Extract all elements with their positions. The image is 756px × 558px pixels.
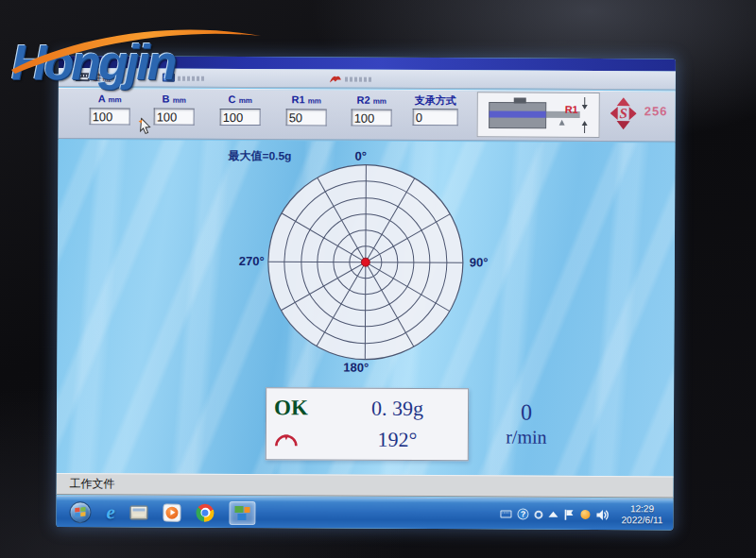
rotor-dimension-label: R1 — [565, 104, 578, 115]
red-mark-icon — [329, 74, 342, 83]
unbalance-angle: 192° — [335, 428, 460, 453]
field-c-label: C — [229, 93, 236, 105]
internet-explorer-icon: e — [106, 500, 114, 523]
monitor-screen: 键盘 A mm B mm C mm R1 mm — [56, 56, 676, 530]
angle-label-0: 0° — [354, 149, 367, 163]
angle-label-180: 180° — [343, 361, 369, 375]
system-tray: ? 12:29 2022/6/11 — [500, 502, 673, 526]
field-r2-input[interactable] — [352, 110, 392, 127]
field-b-label: B — [163, 93, 170, 105]
field-b-unit: mm — [173, 96, 186, 105]
taskbar-apps: e — [56, 499, 255, 524]
angle-label-270: 270° — [239, 254, 265, 268]
field-r2-label: R2 — [357, 94, 370, 106]
monitor-icon — [163, 74, 175, 82]
field-support-mode: 支承方式 — [413, 94, 458, 126]
field-c-unit: mm — [239, 96, 252, 105]
unbalance-amount: 0. 39g — [335, 396, 460, 421]
field-r1-unit: mm — [308, 96, 321, 105]
field-r1-input[interactable] — [286, 109, 327, 126]
toolbar-item-keyboard[interactable]: 键盘 — [72, 70, 115, 85]
field-r2-unit: mm — [373, 97, 387, 106]
rotor-schematic-icon — [478, 93, 599, 137]
status-bar-text: 工作文件 — [70, 476, 115, 492]
toolbar-item-label: 键盘 — [93, 71, 112, 84]
balancer-app-icon — [235, 505, 250, 519]
diamond-s-logo-icon: S — [610, 97, 637, 129]
toolbar-item-label — [345, 77, 373, 82]
field-b: B mm — [154, 93, 195, 126]
clock-date: 2022/6/11 — [620, 515, 663, 526]
field-support-mode-input[interactable] — [413, 109, 458, 126]
field-a-label: A — [98, 93, 106, 104]
result-panel: OK 0. 39g 192° — [266, 387, 469, 461]
windows-taskbar: e ? — [56, 496, 673, 530]
file-explorer-icon[interactable] — [130, 505, 148, 519]
speed-unit: r/min — [484, 424, 569, 448]
angle-arc-icon — [274, 431, 299, 447]
field-b-input[interactable] — [154, 109, 195, 126]
angle-label-90: 90° — [470, 255, 489, 269]
field-a-input[interactable] — [90, 108, 130, 125]
polar-chart — [256, 153, 474, 371]
field-support-mode-label: 支承方式 — [413, 94, 458, 107]
status-badge: OK — [274, 396, 335, 420]
field-c: C mm — [220, 93, 261, 126]
toolbar-item-label — [178, 76, 206, 81]
tray-notification-icon[interactable] — [580, 510, 590, 519]
toolbar-item-marker[interactable] — [325, 71, 377, 86]
clock-time: 12:29 — [620, 503, 663, 515]
field-c-input[interactable] — [220, 109, 261, 126]
counter-value: 256 — [644, 104, 668, 118]
plot-area: 最大值=0.5g 0° 90° 180° 270° OK 0. — [57, 140, 676, 476]
action-center-flag-icon[interactable] — [563, 508, 575, 520]
toolbar-item-monitor[interactable] — [159, 70, 210, 85]
status-bar: 工作文件 — [57, 473, 674, 498]
tray-settings-icon[interactable] — [534, 510, 542, 518]
speed-readout: 0 r/min — [484, 399, 569, 448]
show-hidden-icons-button[interactable] — [548, 512, 558, 517]
taskbar-clock[interactable]: 12:29 2022/6/11 — [614, 503, 669, 526]
field-a: A mm — [90, 93, 130, 125]
keyboard-icon — [76, 73, 90, 81]
chrome-icon[interactable] — [197, 503, 215, 521]
tray-keyboard-icon[interactable] — [500, 510, 511, 517]
tray-help-icon[interactable]: ? — [517, 509, 528, 520]
start-button[interactable] — [69, 501, 91, 523]
field-a-unit: mm — [108, 95, 121, 104]
taskbar-balancer-app-button[interactable] — [230, 500, 256, 524]
svg-text:S: S — [619, 106, 627, 121]
parameter-panel: A mm B mm C mm R1 mm R2 mm 支承方式 — [59, 88, 676, 142]
mouse-cursor-icon — [138, 117, 155, 134]
volume-icon[interactable] — [595, 508, 609, 520]
unbalance-point — [361, 258, 369, 266]
rotor-diagram-panel: R1 — [477, 92, 600, 138]
toolbar: 键盘 — [59, 68, 676, 90]
speed-value: 0 — [484, 399, 569, 424]
field-r2: R2 mm — [352, 94, 392, 127]
windows-flag-icon — [74, 506, 86, 518]
field-r1-label: R1 — [292, 93, 305, 105]
field-r1: R1 mm — [286, 93, 327, 126]
taskbar-ie-button[interactable]: e — [106, 502, 114, 522]
media-player-icon[interactable] — [163, 503, 181, 521]
